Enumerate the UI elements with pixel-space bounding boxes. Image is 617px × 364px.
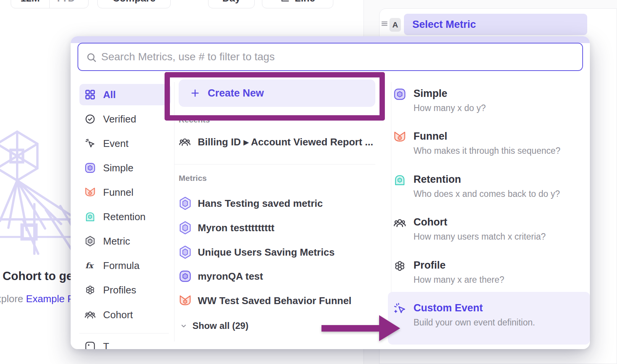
metric-search-box[interactable] (78, 43, 583, 71)
retention-icon (84, 211, 96, 222)
line-chart-icon (280, 0, 290, 3)
dialog-top-strip (71, 36, 590, 43)
range-12m-button[interactable]: 12M (11, 0, 49, 8)
sidebar-item-retention[interactable]: Retention (79, 206, 171, 227)
interval-day-button[interactable]: Day (208, 0, 255, 8)
verified-badge-icon (84, 113, 96, 125)
metric-series-badge: A (389, 18, 401, 32)
sidebar-item-verified[interactable]: Verified (79, 108, 171, 130)
recents-divider (174, 164, 375, 164)
sidebar-item-funnel[interactable]: Funnel (79, 182, 171, 203)
show-all-button[interactable]: Show all (29) (179, 321, 249, 331)
search-input[interactable] (101, 44, 575, 69)
sidebar-item-partial[interactable]: T (79, 341, 171, 349)
sidebar-item-formula[interactable]: fx Formula (79, 255, 171, 276)
simple-metric-icon (393, 88, 406, 101)
sidebar-item-event[interactable]: Event (79, 133, 171, 154)
annotation-box (165, 72, 385, 121)
sidebar-item-simple[interactable]: Simple (79, 157, 171, 179)
sidebar-divider (79, 333, 169, 333)
sidebar-item-cohort[interactable]: Cohort (79, 304, 171, 325)
metric-item-hans-testing[interactable]: Hans Testing saved metric (179, 193, 373, 214)
simple-metric-icon (84, 162, 96, 174)
cohort-icon (393, 216, 406, 229)
sidebar-item-metric[interactable]: Metric (79, 230, 171, 252)
empty-state-wireframe-illustration (0, 128, 73, 259)
formula-icon: fx (84, 260, 96, 271)
profiles-icon (393, 259, 406, 272)
retention-icon (393, 174, 406, 187)
metric-item-myronqa-test[interactable]: myronQA test (179, 266, 373, 287)
metric-hexagon-icon (179, 196, 192, 210)
tag-icon (84, 341, 96, 349)
metric-hexagon-icon (179, 221, 192, 235)
metric-hexagon-icon (84, 235, 96, 247)
svg-text:fx: fx (86, 261, 95, 270)
funnel-icon (84, 187, 96, 198)
chevron-down-icon (179, 322, 188, 330)
recent-item-billing-id[interactable]: Billing ID ▸ Account Viewed Report ... (179, 131, 373, 153)
funnel-icon (179, 294, 192, 308)
search-icon (86, 52, 97, 63)
metric-item-unique-users[interactable]: Unique Users Saving Metrics (179, 242, 373, 263)
metric-item-myron-test[interactable]: Myron testtttttttt (179, 217, 373, 238)
date-range-group[interactable]: 12M YTD (11, 0, 89, 8)
sidebar-column-divider (174, 82, 174, 341)
grid-icon (84, 89, 96, 100)
compare-button[interactable]: Compare (97, 0, 171, 8)
range-ytd-button[interactable]: YTD (49, 0, 88, 8)
cohort-icon (179, 135, 192, 149)
chart-type-line-button[interactable]: Line (262, 0, 333, 8)
profiles-icon (84, 284, 96, 296)
metric-item-ww-test-funnel[interactable]: WW Test Saved Behavior Funnel (179, 290, 373, 311)
sidebar-item-all[interactable]: All (79, 84, 171, 105)
drag-handle-icon[interactable] (381, 21, 388, 28)
annotation-arrow (320, 312, 401, 342)
metrics-header: Metrics (179, 174, 207, 183)
event-cursor-icon (84, 138, 96, 149)
simple-metric-icon (179, 269, 192, 283)
metric-hexagon-icon (179, 245, 192, 259)
funnel-icon (393, 130, 406, 143)
sidebar-item-profiles[interactable]: Profiles (79, 279, 171, 301)
select-metric-button[interactable]: Select Metric (404, 14, 587, 35)
cohort-icon (84, 309, 96, 321)
